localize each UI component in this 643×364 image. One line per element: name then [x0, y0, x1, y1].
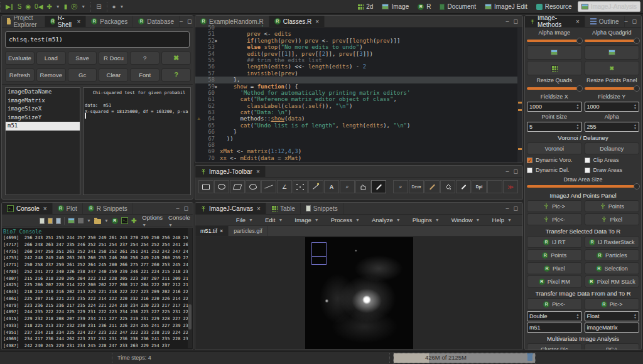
options-menu[interactable]: Options ▼ [142, 214, 163, 228]
menu-process[interactable]: Process▼ [325, 217, 365, 223]
ij-rasterstack-button[interactable]: RIJ RasterStack [585, 236, 640, 248]
heap-status-widget[interactable]: 426M of 2125M [394, 353, 535, 363]
list-item[interactable]: imageSizeY [6, 114, 80, 122]
chevron-down-icon[interactable]: ▼ [56, 4, 60, 9]
tab-table[interactable]: Table [266, 203, 301, 214]
step-icon[interactable]: 0◀ [35, 2, 43, 12]
menu-edit[interactable]: Edit▼ [259, 217, 288, 223]
brush-tool[interactable] [424, 180, 440, 193]
menu-window[interactable]: Window▼ [445, 217, 486, 223]
scrollbar[interactable] [188, 228, 192, 348]
cluster-pic-button[interactable]: Cluster Pic [527, 343, 582, 350]
type-select-left[interactable]: Double▲▼ [527, 311, 582, 321]
list-item[interactable]: imageDataName [6, 88, 80, 97]
ij-rt-button[interactable]: RIJ RT [527, 236, 582, 248]
console-menu[interactable]: Console ▼ [168, 214, 190, 228]
voronoi-button[interactable]: Voronoi [527, 142, 582, 154]
gc-button[interactable]: Gc [68, 68, 97, 82]
chevron-down-icon[interactable]: ▼ [81, 4, 85, 9]
tab-r-snippets[interactable]: R R Snippets [83, 203, 133, 214]
perspective-document[interactable]: Document [436, 2, 479, 11]
dynamic-voro-checkbox[interactable]: Dynamic Voro. [527, 156, 582, 164]
oval-tool[interactable] [214, 180, 229, 193]
close-icon[interactable]: × [576, 18, 580, 25]
record-icon[interactable]: ● [112, 2, 116, 12]
chevron-down-icon[interactable]: ▼ [120, 4, 124, 9]
blank-tool[interactable] [487, 180, 502, 193]
maximize-icon[interactable]: ◻ [632, 18, 637, 24]
minimize-icon[interactable]: – [506, 18, 509, 24]
type-select-right[interactable]: Float▲▼ [585, 311, 640, 321]
minimize-icon[interactable]: – [176, 205, 180, 211]
list-item[interactable]: imageSizeX [6, 105, 80, 114]
remove-button[interactable]: Remove [36, 68, 66, 82]
tab-image-methods[interactable]: Image-Methods × [525, 16, 585, 27]
dropper-tool[interactable] [371, 180, 386, 193]
selection-button[interactable]: RSelection [585, 262, 640, 274]
clear-x-button[interactable]: ✖ [161, 51, 191, 65]
quads-grid-button[interactable] [527, 61, 582, 75]
delauney-button[interactable]: Delauney [585, 142, 640, 154]
rshell-object-list[interactable]: imageDataNameimageMatriximageSizeXimageS… [5, 87, 80, 195]
perspective-image[interactable]: Image [379, 2, 412, 11]
refresh-button[interactable]: Refresh [5, 68, 35, 82]
alpha-image-button[interactable] [527, 45, 582, 60]
close-icon[interactable]: × [256, 168, 260, 175]
tab-packages[interactable]: R Packages [86, 16, 133, 27]
line-tool[interactable] [261, 180, 276, 193]
pca-button[interactable]: PCA [585, 343, 640, 350]
plus-icon[interactable]: ✚ [131, 217, 136, 224]
matrix-name-input[interactable]: imageMatrix [585, 323, 640, 333]
pic-to-button[interactable]: Pic-> [527, 200, 582, 212]
hand-tool[interactable] [355, 180, 370, 193]
alpha-quadgrid-button[interactable] [585, 45, 640, 60]
fieldsize-x-spinner[interactable]: 1000▲▼ [527, 102, 582, 112]
maximize-icon[interactable]: ◻ [514, 168, 518, 174]
tab-particles-gif[interactable]: particles.gif [229, 226, 268, 236]
chevron-down-icon[interactable]: ▼ [104, 218, 109, 223]
picker-tool[interactable] [456, 180, 471, 193]
draw-areas-checkbox[interactable]: Draw Areas [585, 166, 640, 174]
polygon-tool[interactable] [230, 180, 245, 193]
clear-button[interactable]: Clear [99, 68, 128, 82]
evaluate-button[interactable]: Evaluate [5, 51, 35, 65]
image-canvas[interactable] [195, 237, 522, 350]
stop-icon[interactable] [78, 218, 84, 223]
perspective-imagej-edit[interactable]: ImageJ Edit [482, 2, 531, 11]
magnifier-tool[interactable]: ⌕ [393, 180, 408, 193]
stop-icon[interactable]: ◉ [25, 2, 31, 12]
tab-r-shell[interactable]: R R-Shell × [45, 16, 86, 27]
fill-tool[interactable] [440, 180, 455, 193]
perspective-2d[interactable]: 2d [354, 2, 376, 11]
alpha-spinner[interactable]: 255▲▼ [585, 122, 640, 132]
rshell-input[interactable]: chisq.test(m51) [5, 31, 190, 48]
points-to-r-button[interactable]: RPoints [527, 249, 582, 261]
points-button[interactable]: Points [585, 200, 640, 212]
list-item[interactable]: m51 [6, 122, 80, 131]
code-area[interactable]: 50 '51 prev <- edits52● if(length(prev))… [195, 24, 517, 163]
save-image-icon[interactable] [68, 218, 75, 223]
menu-file[interactable]: File▼ [230, 217, 259, 223]
dev-tool[interactable]: Dev▾ [409, 180, 424, 193]
pixel-button[interactable]: Pixel [585, 213, 640, 225]
pic-from-r-button[interactable]: RPic<- [527, 298, 582, 310]
close-icon[interactable]: × [77, 18, 80, 25]
close-icon[interactable]: × [43, 205, 47, 212]
menu-help[interactable]: Help▼ [486, 217, 517, 223]
draw-area-size-slider[interactable] [527, 183, 639, 190]
open-file-icon[interactable] [48, 218, 53, 224]
terminal-icon[interactable]: >_ [121, 217, 128, 224]
m51-galaxy-image[interactable] [305, 237, 413, 349]
import-icon[interactable] [56, 218, 61, 224]
point-tool[interactable] [293, 180, 308, 193]
tab-m51-tif[interactable]: m51.tif × [195, 226, 229, 236]
perspective-r[interactable]: RR [414, 2, 434, 11]
r-run-icon[interactable]: Ⓡ [71, 2, 77, 12]
question-button[interactable]: ? [161, 68, 191, 82]
save-button[interactable]: Save [68, 51, 97, 65]
export-console-icon[interactable] [40, 218, 45, 224]
script-icon[interactable]: ▮ [64, 2, 68, 12]
folder-icon[interactable] [94, 219, 101, 224]
scrollbar-thumb[interactable] [188, 304, 192, 329]
lock-icon[interactable]: ⊟ [96, 2, 101, 12]
